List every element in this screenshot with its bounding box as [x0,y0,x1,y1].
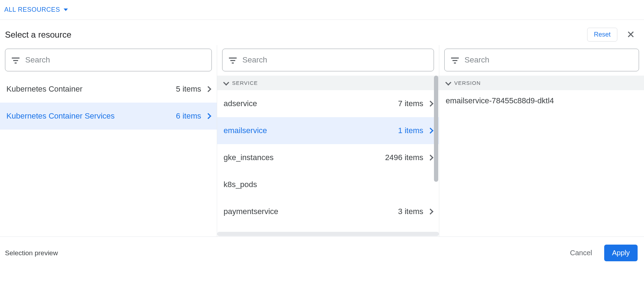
list-item-label: Kubernetes Container [6,84,82,94]
list-item-count: 2496 items [385,153,423,162]
service-column: SERVICE adservice7 itemsemailservice1 it… [217,45,439,236]
service-row[interactable]: adservice7 items [217,90,439,117]
search-box-col1[interactable] [5,49,212,71]
filter-icon [229,57,237,63]
search-input-col1[interactable] [25,55,205,65]
chevron-down-icon [223,80,229,86]
scope-label: ALL RESOURCES [4,6,60,13]
resource-type-column: Kubernetes Container5 itemsKubernetes Co… [0,45,217,236]
search-input-col2[interactable] [242,55,427,65]
list-item-count: 1 items [398,126,423,135]
chevron-right-icon [428,101,434,107]
version-column: VERSION emailservice-78455c88d9-dktl4 [439,45,644,236]
filter-icon [12,57,20,63]
close-icon[interactable]: ✕ [624,28,638,41]
selection-preview-label: Selection preview [5,249,58,257]
service-group-header[interactable]: SERVICE [217,76,439,90]
chevron-down-icon [445,80,451,86]
service-header-label: SERVICE [232,80,258,86]
list-item-label: adservice [224,99,257,108]
version-list: VERSION emailservice-78455c88d9-dktl4 [439,76,644,236]
list-item-label: paymentservice [224,207,278,216]
page-title: Select a resource [5,30,71,40]
chevron-right-icon [205,113,211,119]
chevron-right-icon [428,209,434,215]
version-header-label: VERSION [454,80,481,86]
resource-type-row[interactable]: Kubernetes Container5 items [0,76,217,103]
version-row[interactable]: emailservice-78455c88d9-dktl4 [439,90,644,111]
list-item-label: Kubernetes Container Services [6,111,115,121]
scope-selector[interactable]: ALL RESOURCES [4,6,68,13]
list-item-label: k8s_pods [224,180,257,189]
caret-down-icon [64,9,68,11]
service-row[interactable]: paymentservice3 items [217,198,439,225]
chevron-right-icon [428,155,434,161]
list-item-count: 6 items [176,111,201,121]
cancel-button[interactable]: Cancel [567,246,596,260]
resource-type-list: Kubernetes Container5 itemsKubernetes Co… [0,76,217,236]
header-actions: Reset ✕ [587,28,638,42]
apply-button[interactable]: Apply [604,245,638,261]
service-row[interactable]: emailservice1 items [217,117,439,144]
list-item-count: 7 items [398,99,423,108]
filter-icon [451,57,459,63]
service-list: SERVICE adservice7 itemsemailservice1 it… [217,76,439,231]
list-item-label: emailservice-78455c88d9-dktl4 [446,96,554,105]
search-input-col3[interactable] [464,55,632,65]
search-box-col3[interactable] [444,49,639,71]
version-group-header[interactable]: VERSION [439,76,644,90]
list-item-count: 5 items [176,84,201,94]
service-row[interactable]: gke_instances2496 items [217,144,439,171]
vertical-scrollbar[interactable] [433,76,439,231]
resource-type-row[interactable]: Kubernetes Container Services6 items [0,103,217,130]
search-box-col2[interactable] [222,49,434,71]
footer-actions: Cancel Apply [567,245,638,261]
list-item-label: gke_instances [224,153,274,162]
list-item-label: emailservice [224,126,267,135]
chevron-right-icon [428,128,434,134]
reset-button[interactable]: Reset [587,28,617,42]
chevron-right-icon [205,86,211,92]
service-row[interactable]: k8s_pods [217,171,439,198]
list-item-count: 3 items [398,207,423,216]
horizontal-scrollbar[interactable] [217,231,439,236]
